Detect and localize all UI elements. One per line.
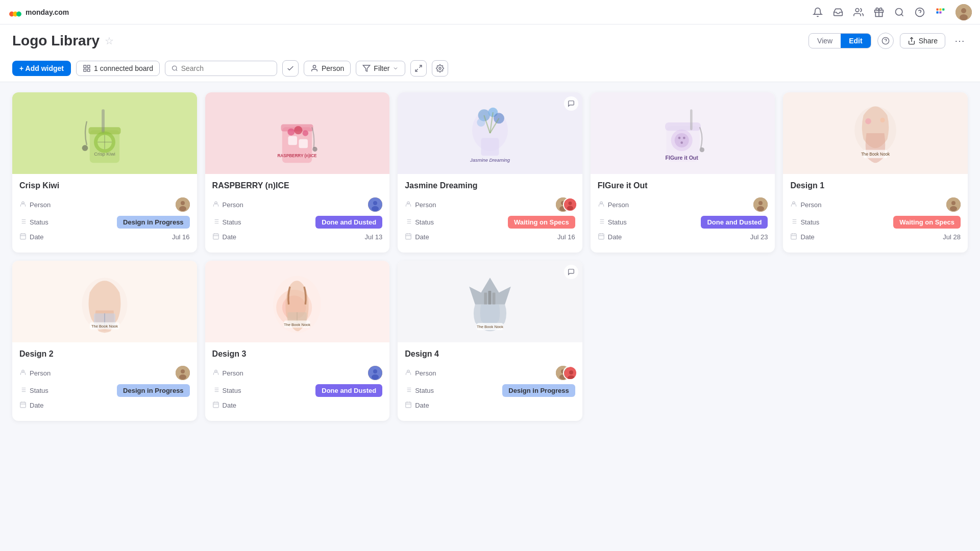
user-avatar[interactable]: [955, 4, 972, 20]
search-input[interactable]: [181, 64, 271, 72]
svg-point-198: [569, 370, 573, 374]
logo[interactable]: monday.com: [8, 5, 69, 19]
person-avatar-crisp-kiwi: [176, 197, 190, 212]
card-image-design1: The Book Nook: [783, 92, 968, 174]
search-icon[interactable]: [894, 7, 904, 17]
card-person-label-figure: Person: [598, 201, 629, 209]
card-person-row-design1: Person: [790, 197, 961, 212]
card-chat-button-design4[interactable]: [564, 265, 578, 279]
card-design4[interactable]: The Book Nook Design 4 Person: [398, 261, 582, 421]
svg-line-30: [415, 69, 418, 71]
svg-point-108: [674, 133, 689, 147]
card-chat-button-jasmine[interactable]: [564, 96, 578, 111]
person-filter-button[interactable]: Person: [304, 61, 351, 76]
svg-rect-23: [87, 69, 90, 71]
svg-rect-163: [20, 402, 26, 408]
expand-button[interactable]: [410, 60, 427, 77]
svg-rect-86: [481, 138, 499, 156]
card-title-figure: FIGure it Out: [598, 181, 768, 190]
bell-icon[interactable]: [813, 7, 823, 17]
svg-rect-144: [791, 234, 797, 239]
card-body-design3: Design 3 Person: [205, 342, 390, 421]
card-design1[interactable]: The Book Nook + Design 1 Person: [783, 92, 968, 253]
person-avatar-raspberry: [368, 197, 382, 212]
svg-point-31: [439, 67, 441, 69]
status-icon-design2: [19, 386, 27, 395]
svg-rect-51: [20, 234, 26, 239]
status-badge-raspberry[interactable]: Done and Dusted: [315, 216, 382, 229]
card-design2[interactable]: The Book Nook + Design 2 Person: [12, 261, 197, 421]
apps-icon[interactable]: [935, 7, 945, 17]
svg-point-66: [373, 201, 377, 205]
svg-point-27: [313, 65, 315, 68]
share-button[interactable]: Share: [900, 33, 945, 48]
card-title-design2: Design 2: [19, 349, 190, 359]
person-icon-design2: [19, 369, 27, 378]
search-input-wrap[interactable]: [165, 61, 277, 76]
card-date-label-design3: Date: [212, 401, 236, 410]
svg-point-40: [82, 145, 88, 151]
status-badge-crisp-kiwi[interactable]: Design in Progress: [117, 216, 189, 229]
svg-rect-34: [102, 109, 105, 133]
save-filter-button[interactable]: [282, 60, 299, 77]
svg-point-94: [567, 206, 573, 211]
favorite-star-icon[interactable]: ☆: [105, 35, 114, 47]
status-badge-design3[interactable]: Done and Dusted: [315, 384, 382, 397]
status-badge-design1[interactable]: Waiting on Specs: [893, 216, 961, 229]
date-value-raspberry: Jul 13: [364, 233, 382, 241]
more-options-button[interactable]: ⋯: [951, 33, 968, 49]
svg-rect-188: [484, 293, 487, 305]
view-tab[interactable]: View: [809, 34, 841, 48]
card-date-label-jasmine: Date: [405, 233, 429, 241]
card-status-row-raspberry: Status Done and Dusted: [212, 216, 383, 229]
svg-point-137: [950, 206, 957, 211]
svg-rect-206: [406, 402, 411, 408]
edit-tab[interactable]: Edit: [841, 34, 870, 48]
card-date-label-design4: Date: [405, 401, 429, 410]
svg-point-93: [568, 202, 572, 205]
card-figure[interactable]: FIGure it Out + FIGure it Out Person: [591, 92, 775, 253]
card-design3[interactable]: The Book Nook + Design 3 Person: [205, 261, 390, 421]
add-widget-button[interactable]: + Add widget: [12, 61, 71, 76]
svg-rect-24: [84, 69, 86, 71]
card-title-design4: Design 4: [405, 349, 575, 359]
status-badge-jasmine[interactable]: Waiting on Specs: [508, 216, 575, 229]
svg-rect-125: [599, 234, 604, 239]
nav-icons: [813, 4, 972, 20]
svg-point-117: [758, 201, 763, 205]
person-avatar-design1: [946, 197, 961, 212]
svg-rect-58: [299, 139, 308, 148]
inbox-icon[interactable]: [833, 7, 843, 17]
status-icon-design4: [405, 386, 412, 395]
empty-slot-1: [591, 261, 775, 421]
settings-button[interactable]: [432, 60, 448, 77]
date-icon-jasmine: [405, 233, 412, 241]
svg-point-3: [855, 8, 859, 12]
svg-point-59: [288, 129, 295, 136]
svg-text:FIGure it Out: FIGure it Out: [665, 155, 698, 161]
help-icon-btn[interactable]: [877, 33, 894, 49]
card-title-crisp-kiwi: Crisp Kiwi: [19, 181, 190, 190]
help-nav-icon[interactable]: [915, 7, 925, 17]
svg-rect-106: [665, 122, 701, 131]
status-badge-design4[interactable]: Design in Progress: [502, 384, 575, 397]
person-icon-design3: [212, 369, 219, 378]
connected-board-button[interactable]: 1 connected board: [76, 61, 160, 76]
card-body-figure: FIGure it Out Person: [591, 174, 775, 253]
svg-point-61: [303, 130, 309, 136]
card-crisp-kiwi[interactable]: Crisp Kiwi + Crisp Kiwi Person: [12, 92, 197, 253]
status-badge-design2[interactable]: Design in Progress: [117, 384, 189, 397]
person-icon-raspberry: [212, 201, 219, 209]
main-content: Crisp Kiwi + Crisp Kiwi Person: [0, 82, 980, 431]
people-icon[interactable]: [853, 7, 864, 17]
status-badge-figure[interactable]: Done and Dusted: [701, 216, 768, 229]
date-icon-design3: [212, 401, 219, 410]
svg-point-131: [880, 118, 885, 122]
filter-label: Filter: [374, 64, 389, 72]
card-raspberry[interactable]: RASPBERRY (n)ICE + RASPBERRY (n)ICE Pers…: [205, 92, 390, 253]
card-person-row-design3: Person: [212, 366, 383, 380]
card-title-raspberry: RASPBERRY (n)ICE: [212, 181, 383, 190]
filter-button[interactable]: Filter: [356, 61, 405, 76]
card-jasmine[interactable]: Jasmine Dreaming Jasmine Dreaming Person: [398, 92, 582, 253]
gift-icon[interactable]: [874, 7, 884, 17]
